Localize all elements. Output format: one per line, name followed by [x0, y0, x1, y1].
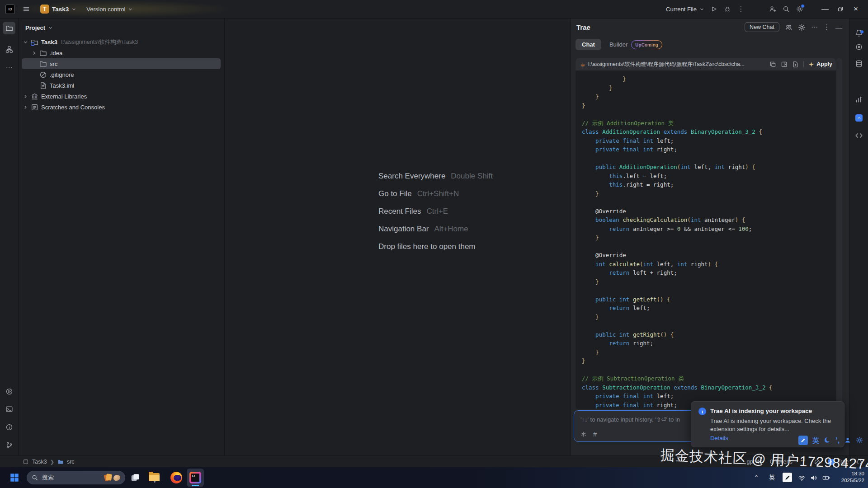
tab-chat[interactable]: Chat — [576, 39, 601, 50]
tree-item-task3[interactable]: Task3I:\assignments\软件构造\Task3 — [22, 37, 221, 47]
shortcut-action: Recent Files — [378, 207, 421, 216]
project-tool-button[interactable] — [3, 22, 15, 34]
more-horizontal-icon[interactable]: ⋯ — [811, 23, 818, 31]
code-line: } — [582, 75, 836, 84]
tree-item-scratches-and-consoles[interactable]: Scratches and Consoles — [22, 102, 221, 113]
trae-settings-gear-icon[interactable] — [798, 23, 806, 31]
taskbar-search[interactable]: 搜索 — [27, 471, 125, 484]
file-explorer-button[interactable] — [149, 472, 160, 483]
ime-english-mode[interactable]: 英 — [812, 437, 819, 444]
search-everywhere-button[interactable] — [779, 2, 793, 16]
code-line: } — [582, 277, 836, 286]
tray-expand-caret[interactable]: ^ — [755, 474, 758, 480]
tree-item-.idea[interactable]: .idea — [22, 47, 221, 58]
services-tool-button[interactable] — [3, 385, 15, 398]
apply-button[interactable]: Apply — [808, 61, 832, 67]
project-panel-header[interactable]: Project — [18, 18, 224, 36]
copy-icon[interactable] — [769, 61, 776, 68]
details-link[interactable]: Details — [710, 435, 728, 441]
new-chat-button[interactable]: New Chat — [745, 22, 779, 32]
debug-button[interactable] — [721, 2, 734, 16]
git-branch-icon — [5, 441, 13, 449]
project-selector[interactable]: T Task3 — [38, 3, 79, 15]
git-tool-button[interactable] — [3, 439, 15, 451]
person-icon[interactable] — [844, 436, 851, 444]
main-menu-button[interactable] — [19, 2, 33, 16]
tree-item-.gitignore[interactable]: .gitignore — [22, 69, 221, 80]
breadcrumb-project[interactable]: Task3 — [32, 459, 47, 465]
battery-icon[interactable] — [822, 474, 830, 482]
restore-button[interactable] — [833, 2, 848, 16]
tree-item-src[interactable]: src — [22, 58, 221, 69]
chevron-right-icon[interactable] — [32, 49, 39, 57]
ide-window: IJ T Task3 Version control Current File … — [0, 0, 868, 488]
firefox-button[interactable] — [170, 472, 182, 483]
close-button[interactable]: × — [848, 2, 863, 16]
problems-tool-button[interactable] — [3, 421, 15, 433]
task-view-button[interactable] — [130, 472, 141, 483]
start-button[interactable] — [10, 473, 19, 482]
settings-button[interactable] — [793, 2, 807, 16]
run-button[interactable] — [707, 2, 721, 16]
intellij-taskbar-button[interactable]: IJ — [187, 469, 204, 487]
project-panel: Project Task3I:\assignments\软件构造\Task3.i… — [18, 18, 225, 455]
shortcut-keys: Ctrl+Shift+N — [417, 189, 459, 198]
people-icon[interactable] — [785, 23, 793, 31]
code-line: this.left = left; — [582, 172, 836, 181]
ellipsis-icon: ⋯ — [6, 64, 13, 72]
vcs-widget[interactable]: Version control — [84, 4, 136, 14]
tree-spacer — [32, 60, 39, 68]
code-line — [582, 154, 836, 163]
trae-tool-button[interactable] — [855, 114, 863, 122]
database-tool-button[interactable] — [855, 60, 863, 68]
ime-language-indicator[interactable]: 英 — [769, 474, 775, 482]
ai-assistant-tool-button[interactable] — [855, 95, 863, 103]
code-line: // 示例 AdditionOperation 类 — [582, 119, 836, 128]
code-line: } — [582, 313, 836, 322]
scratch-icon — [31, 103, 38, 111]
more-tool-windows-button[interactable]: ⋯ — [3, 61, 15, 74]
code-line: } — [582, 348, 836, 357]
ime-mode-button[interactable] — [783, 473, 792, 482]
info-circle-icon — [5, 423, 13, 431]
chevron-right-icon[interactable] — [23, 103, 31, 111]
chat-scrollbar[interactable] — [836, 58, 842, 409]
code-line: private final int left; — [582, 392, 836, 401]
code-line: // 示例 SubtractionOperation 类 — [582, 374, 836, 383]
chevron-down-icon[interactable] — [23, 38, 31, 46]
wifi-icon[interactable] — [798, 474, 806, 482]
enhance-prompt-icon[interactable] — [580, 431, 587, 437]
info-icon: i — [698, 408, 706, 415]
create-file-icon[interactable] — [792, 61, 799, 68]
ime-logo-button[interactable] — [798, 436, 808, 445]
ime-settings-gear-icon[interactable] — [856, 436, 863, 444]
kebab-icon[interactable]: ⋮ — [823, 23, 830, 31]
notifications-button[interactable] — [855, 31, 863, 38]
drop-files-hint: Drop files here to open them — [378, 238, 493, 255]
terminal-tool-button[interactable] — [3, 403, 15, 415]
tree-path: I:\assignments\软件构造\Task3 — [61, 38, 138, 46]
run-configuration-selector[interactable]: Current File — [663, 4, 707, 14]
code-line: private final int right; — [582, 145, 836, 154]
more-actions-button[interactable]: ⋮ — [734, 2, 748, 16]
code-tool-button[interactable] — [855, 131, 863, 140]
ime-punctuation-mode[interactable]: ’, — [835, 436, 840, 444]
add-user-icon — [769, 5, 776, 13]
speaker-icon[interactable] — [810, 474, 817, 482]
chevron-right-icon[interactable] — [23, 93, 31, 100]
breadcrumb-folder[interactable]: src — [67, 459, 75, 465]
minimize-button[interactable]: — — [817, 2, 833, 16]
commit-tool-button[interactable] — [855, 43, 863, 51]
signal-bars-icon — [855, 95, 863, 103]
sparkle-icon — [808, 61, 814, 67]
diff-icon[interactable] — [781, 61, 788, 68]
maven-tool-button[interactable] — [855, 77, 863, 85]
tab-builder[interactable]: Builder UpComing — [609, 40, 662, 49]
hide-panel-icon[interactable]: — — [835, 23, 842, 31]
moon-icon[interactable] — [824, 436, 831, 444]
code-with-me-button[interactable] — [766, 2, 779, 16]
tree-item-task3.iml[interactable]: Task3.iml — [22, 80, 221, 91]
context-hash-icon[interactable]: # — [593, 431, 597, 438]
tree-item-external-libraries[interactable]: External Libraries — [22, 91, 221, 102]
structure-tool-button[interactable] — [3, 43, 15, 56]
